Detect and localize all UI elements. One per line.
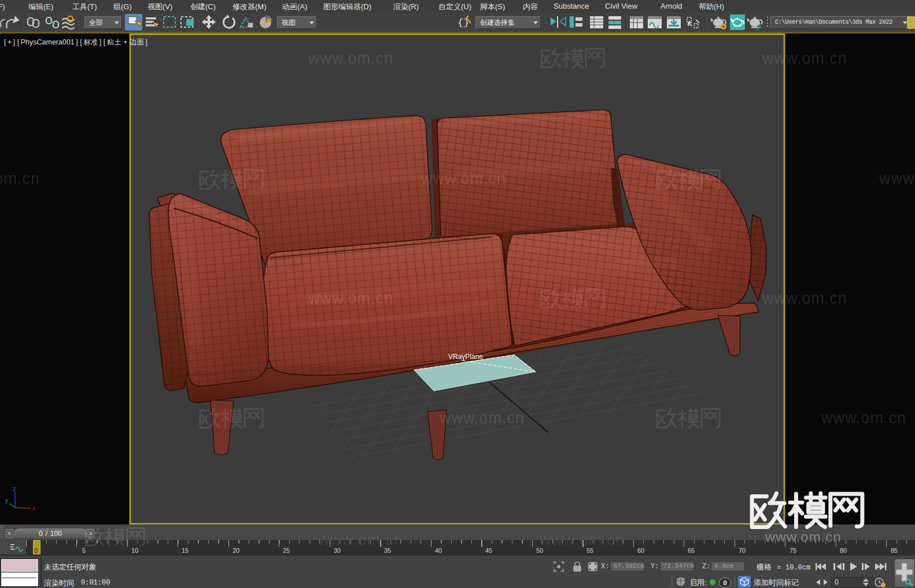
svg-text:y: y [5, 497, 8, 504]
svg-text:www.om.cn: www.om.cn [821, 409, 906, 427]
svg-text:www.om.cn: www.om.cn [308, 50, 393, 67]
svg-text:www.om.cn: www.om.cn [308, 290, 393, 307]
svg-text:x: x [32, 505, 35, 512]
svg-text:www.om.cn: www.om.cn [762, 50, 847, 67]
svg-text:[ + ] [ PhysCamera001 ] [ 标准 ]: [ + ] [ PhysCamera001 ] [ 标准 ] [ 粘土 + 边面… [4, 38, 147, 46]
svg-text:www.om.cn: www.om.cn [879, 170, 915, 187]
svg-text:www.om.cn: www.om.cn [318, 531, 403, 549]
svg-text:www.om.cn: www.om.cn [439, 409, 525, 427]
svg-text:VRayPlane: VRayPlane [448, 353, 483, 361]
svg-text:www.om.cn: www.om.cn [762, 290, 847, 307]
svg-text:z: z [13, 486, 16, 492]
svg-text:www.om.cn: www.om.cn [420, 170, 506, 187]
svg-text:www.om.cn: www.om.cn [0, 170, 40, 187]
svg-text:www.om.cn: www.om.cn [539, 531, 625, 549]
